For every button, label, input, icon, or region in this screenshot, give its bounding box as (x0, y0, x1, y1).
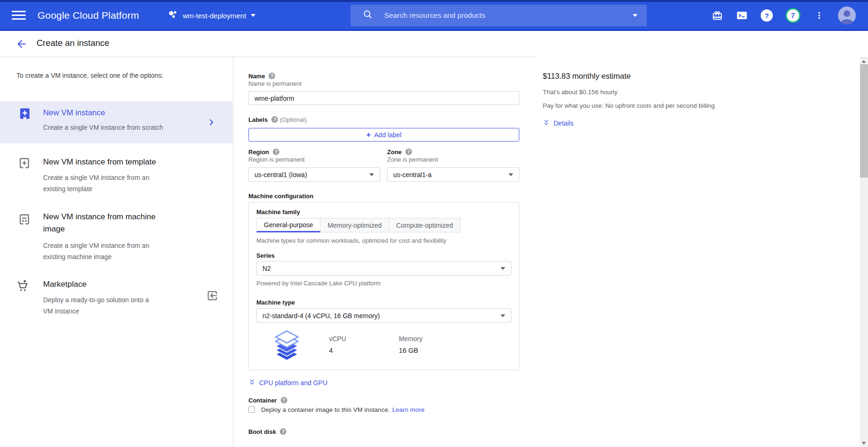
name-label-row: Name (248, 72, 519, 80)
region-select[interactable]: us-central1 (Iowa) (248, 167, 380, 182)
project-name: wm-test-deployment (183, 12, 246, 20)
layers-stack-icon (271, 329, 302, 362)
sidebar-item-new-vm-from-template[interactable]: New VM instance from template Create a s… (0, 156, 232, 205)
container-checkbox-row: Deploy a container image to this VM inst… (248, 405, 519, 414)
back-arrow-icon[interactable] (15, 38, 28, 50)
cloud-shell-icon[interactable] (736, 9, 748, 22)
tab-compute-optimized[interactable]: Compute-optimized (389, 218, 460, 232)
sidebar-item-new-vm-from-machine-image[interactable]: New VM instance from machine image Creat… (0, 211, 232, 269)
plus-icon (366, 131, 371, 139)
vm-template-icon (18, 157, 31, 172)
vcpu-spec: vCPU 4 (329, 329, 372, 362)
cost-estimate-panel: $113.83 monthly estimate That's about $0… (543, 57, 805, 127)
avatar[interactable] (838, 7, 856, 24)
boot-disk-label-row: Boot disk (248, 428, 519, 435)
topbar-actions: 7 (711, 0, 856, 31)
machine-config-heading-row: Machine configuration (248, 192, 519, 200)
search-dropdown-icon[interactable] (633, 14, 637, 17)
sidebar-item-new-vm-instance[interactable]: New VM instance Create a single VM insta… (0, 101, 232, 143)
chevron-right-icon (205, 116, 217, 130)
expand-double-chevron-icon (543, 119, 550, 128)
gift-icon[interactable] (711, 9, 723, 22)
scrollbar-up-arrow[interactable] (862, 60, 866, 63)
instance-form: Name Name is permanent Labels (Optional)… (248, 57, 519, 435)
search-input[interactable] (384, 11, 633, 20)
cpu-platform-gpu-link[interactable]: CPU platform and GPU (248, 379, 519, 387)
monthly-estimate-title: $113.83 monthly estimate (543, 72, 805, 81)
cpu-platform-gpu-text: CPU platform and GPU (259, 379, 328, 387)
chevron-down-icon (251, 14, 255, 17)
create-options-sidebar: To create a VM instance, select one of t… (0, 57, 233, 447)
tab-memory-optimized[interactable]: Memory-optimized (321, 218, 389, 232)
chevron-down-icon (509, 173, 513, 176)
container-checkbox[interactable] (248, 406, 255, 413)
zone-help-icon[interactable] (405, 149, 412, 155)
scrollbar-thumb[interactable] (860, 64, 868, 178)
zone-select[interactable]: us-central1-a (387, 167, 519, 182)
series-label-row: Series (256, 252, 511, 259)
top-app-bar: Google Cloud Platform wm-test-deployment… (0, 0, 868, 31)
tabs-helper: Machine types for common workloads, opti… (256, 237, 511, 245)
name-label: Name (248, 73, 265, 80)
machine-image-icon (18, 213, 31, 228)
container-label-row: Container (248, 396, 519, 404)
chevron-down-icon (501, 314, 505, 317)
zone-value: us-central1-a (393, 171, 432, 179)
vm-instance-icon (18, 107, 32, 123)
labels-help-icon[interactable] (271, 116, 278, 123)
vcpu-value: 4 (329, 347, 372, 354)
container-help-icon[interactable] (281, 397, 287, 403)
labels-label-row: Labels (Optional) (248, 116, 519, 123)
labels-label: Labels (248, 116, 268, 123)
zone-label: Zone (387, 149, 402, 156)
marketplace-cart-icon (16, 279, 30, 295)
sidebar-item-description: Deploy a ready-to-go solution onto a VM … (43, 294, 157, 317)
region-value: us-central1 (Iowa) (254, 171, 307, 179)
add-label-button[interactable]: Add label (248, 128, 519, 142)
hourly-estimate: That's about $0.156 hourly (543, 89, 805, 96)
labels-optional: (Optional) (280, 116, 307, 123)
overflow-menu-icon[interactable] (813, 9, 825, 22)
learn-more-link[interactable]: Learn more (392, 406, 425, 413)
series-select[interactable]: N2 (256, 261, 511, 276)
container-checkbox-text: Deploy a container image to this VM inst… (261, 406, 390, 413)
boot-disk-help-icon[interactable] (280, 428, 286, 435)
search-icon (363, 9, 373, 22)
region-label: Region (248, 149, 269, 156)
sidebar-item-description: Create a single VM instance from scratch (43, 122, 163, 133)
gcp-create-instance-page: Google Cloud Platform wm-test-deployment… (0, 0, 868, 447)
details-link[interactable]: Details (543, 119, 805, 127)
scrollbar-down-arrow[interactable] (862, 442, 866, 445)
vcpu-label: vCPU (329, 335, 372, 343)
page-header: Create an instance (0, 31, 868, 57)
machine-spec-row: vCPU 4 Memory 16 GB (256, 329, 511, 362)
zone-helper: Zone is permanent (387, 156, 519, 164)
region-label-row: Region (248, 148, 380, 156)
sidebar-item-marketplace[interactable]: Marketplace Deploy a ready-to-go solutio… (0, 278, 232, 328)
name-help-icon[interactable] (269, 73, 275, 79)
chevron-down-icon (369, 173, 374, 176)
notifications-badge[interactable]: 7 (786, 8, 801, 23)
region-help-icon[interactable] (273, 149, 279, 155)
vertical-scrollbar[interactable] (860, 57, 868, 447)
machine-family-label: Machine family (256, 209, 300, 216)
sidebar-intro-text: To create a VM instance, select one of t… (16, 72, 164, 79)
gcp-logo[interactable]: Google Cloud Platform (37, 0, 139, 31)
memory-value: 16 GB (399, 347, 423, 354)
hamburger-menu-icon[interactable] (12, 11, 26, 20)
instance-name-input[interactable] (248, 91, 519, 105)
project-selector[interactable]: wm-test-deployment (168, 0, 255, 31)
notification-count: 7 (791, 12, 795, 19)
series-value: N2 (262, 265, 271, 272)
help-icon[interactable] (761, 9, 773, 22)
series-helper: Powered by Intel Cascade Lake CPU platfo… (256, 280, 511, 287)
zone-label-row: Zone (387, 148, 519, 156)
tab-general-purpose[interactable]: General-purpose (256, 218, 321, 232)
machine-type-value: n2-standard-4 (4 vCPU, 16 GB memory) (262, 312, 380, 320)
machine-type-select[interactable]: n2-standard-4 (4 vCPU, 16 GB memory) (256, 308, 511, 323)
sidebar-item-title: New VM instance from template (43, 156, 156, 168)
machine-type-label: Machine type (256, 299, 295, 306)
machine-type-label-row: Machine type (256, 298, 511, 306)
chevron-down-icon (501, 267, 505, 270)
search-bar[interactable] (351, 5, 647, 26)
